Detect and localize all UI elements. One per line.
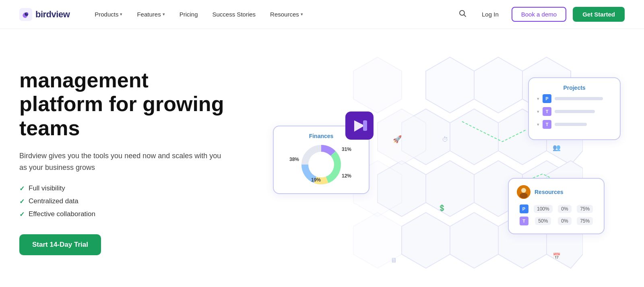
feature-3: ✓ Effective collaboration <box>19 210 237 218</box>
svg-rect-36 <box>363 120 367 131</box>
nav-right: Log In Book a demo Get Started <box>456 7 625 22</box>
book-demo-button[interactable]: Book a demo <box>512 7 566 22</box>
res-badge-t: T <box>520 217 528 225</box>
nav-products[interactable]: Products ▾ <box>89 8 128 21</box>
res-t-c2: 0% <box>558 217 571 225</box>
project-badge-t1: T <box>543 107 551 116</box>
project-row-2: ▾ T <box>537 107 612 116</box>
donut-pct-12: 12% <box>342 173 351 179</box>
svg-text:💲: 💲 <box>438 204 446 212</box>
features-chevron-icon: ▾ <box>163 12 165 17</box>
res-t-c3: 75% <box>577 217 593 225</box>
nav-success-stories[interactable]: Success Stories <box>207 8 262 21</box>
resources-card: Resources P 100% 0% 75% T 50% 0% <box>508 178 605 234</box>
res-p-c2: 0% <box>558 205 571 213</box>
trial-button[interactable]: Start 14-Day Trial <box>19 234 101 255</box>
svg-line-4 <box>464 15 466 17</box>
resources-avatar <box>517 185 530 199</box>
svg-marker-22 <box>353 57 402 113</box>
project-line-3 <box>555 123 587 126</box>
project-line-1 <box>555 97 603 100</box>
project-line-2 <box>555 110 595 113</box>
login-button[interactable]: Log In <box>475 8 505 21</box>
search-icon <box>458 9 466 17</box>
project-row-1: ▾ P <box>537 94 612 103</box>
nav-features[interactable]: Features ▾ <box>131 8 170 21</box>
avatar-svg <box>517 185 530 199</box>
check-icon-3: ✓ <box>19 211 25 218</box>
resources-table: P 100% 0% 75% T 50% 0% 75% <box>517 203 596 227</box>
svg-text:👥: 👥 <box>553 144 561 151</box>
svg-text:🖥: 🖥 <box>390 257 397 264</box>
svg-marker-6 <box>474 57 522 113</box>
svg-marker-5 <box>253 45 301 101</box>
nav-links: Products ▾ Features ▾ Pricing Success St… <box>89 8 456 21</box>
search-button[interactable] <box>456 7 469 22</box>
resources-chevron-icon: ▾ <box>301 12 303 17</box>
svg-marker-8 <box>426 57 474 113</box>
check-icon-2: ✓ <box>19 198 25 205</box>
expand-icon-3: ▾ <box>537 122 539 127</box>
svg-text:⏱: ⏱ <box>442 136 448 143</box>
donut-chart-svg <box>299 142 343 187</box>
nav-pricing[interactable]: Pricing <box>174 8 204 21</box>
nav-resources[interactable]: Resources ▾ <box>264 8 309 21</box>
donut-pct-31: 31% <box>342 147 351 152</box>
feature-1: ✓ Full visibility <box>19 184 237 192</box>
donut-chart: 38% 31% 12% 19% <box>299 142 343 187</box>
res-badge-p: P <box>520 204 528 213</box>
feature-2: ✓ Centralized data <box>19 197 237 205</box>
svg-point-42 <box>308 152 334 178</box>
svg-point-44 <box>521 188 526 193</box>
logo-link[interactable]: birdview <box>19 8 70 21</box>
res-p-c1: 100% <box>534 205 553 213</box>
navigation: birdview Products ▾ Features ▾ Pricing S… <box>0 0 644 29</box>
svg-point-45 <box>520 193 528 198</box>
project-badge-p1: P <box>543 94 551 103</box>
hero-content: management platform for growing teams Bi… <box>19 68 253 256</box>
projects-card-title: Projects <box>537 85 612 91</box>
project-badge-t2: T <box>543 120 551 129</box>
donut-pct-19: 19% <box>311 177 321 183</box>
logo-icon <box>19 8 32 21</box>
floating-logo-icon <box>345 111 374 141</box>
svg-marker-20 <box>402 213 450 268</box>
hero-section: management platform for growing teams Bi… <box>0 29 644 287</box>
hero-subtitle: Birdview gives you the tools you need no… <box>19 150 229 173</box>
projects-card: Projects ▾ P ▾ T ▾ T <box>528 77 621 140</box>
project-row-3: ▾ T <box>537 120 612 129</box>
logo-text: birdview <box>35 9 70 20</box>
resources-row-1: P 100% 0% 75% <box>517 203 596 215</box>
donut-pct-38: 38% <box>289 157 299 162</box>
hero-features-list: ✓ Full visibility ✓ Centralized data ✓ E… <box>19 184 237 218</box>
hero-title: management platform for growing teams <box>19 68 237 140</box>
resources-row-2: T 50% 0% 75% <box>517 215 596 227</box>
check-icon-1: ✓ <box>19 185 25 192</box>
svg-marker-11 <box>450 109 498 165</box>
svg-text:🚀: 🚀 <box>393 135 402 144</box>
get-started-button[interactable]: Get Started <box>573 7 625 22</box>
res-p-c3: 75% <box>577 205 593 213</box>
res-t-c1: 50% <box>535 217 551 225</box>
products-chevron-icon: ▾ <box>120 12 122 17</box>
svg-marker-16 <box>426 161 474 217</box>
hero-illustration: 🚀 ⏱ 💲 🖥 💬 👥 ⏱ 📅 Finances <box>253 45 625 279</box>
svg-point-2 <box>26 12 28 14</box>
svg-text:📅: 📅 <box>553 252 561 260</box>
resources-card-title: Resources <box>535 189 564 195</box>
svg-marker-19 <box>450 213 498 268</box>
expand-icon-1: ▾ <box>537 96 539 101</box>
expand-icon-2: ▾ <box>537 109 539 114</box>
